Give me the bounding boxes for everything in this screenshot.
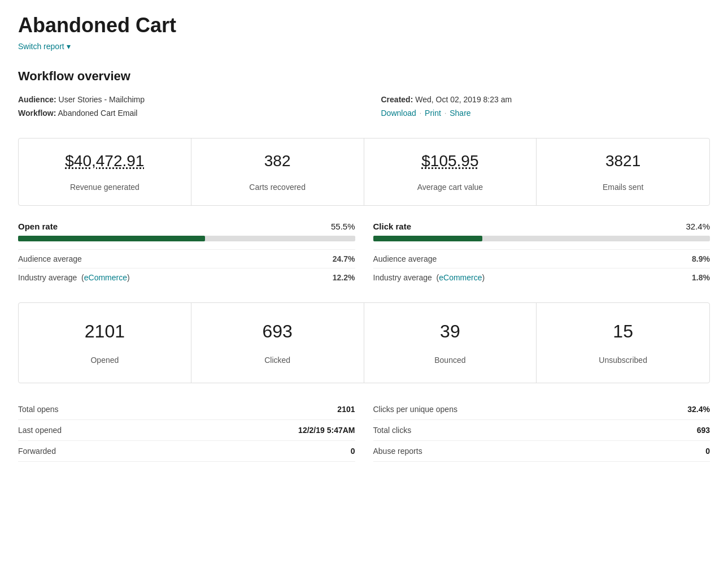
top-stat-cell-3: 3821Emails sent — [537, 138, 709, 205]
click-audience-avg-row: Audience average 8.9% — [373, 249, 710, 268]
detail-left-value-2: 0 — [351, 447, 355, 456]
top-stat-label-3: Emails sent — [603, 183, 643, 192]
open-audience-avg-row: Audience average 24.7% — [18, 249, 355, 268]
audience-meta: Audience: User Stories - Mailchimp — [18, 95, 347, 104]
top-stat-label-0: Revenue generated — [70, 183, 140, 192]
switch-report-button[interactable]: Switch report ▾ — [18, 42, 71, 51]
top-stat-label-1: Carts recovered — [249, 183, 306, 192]
detail-section: Total opens2101Last opened12/2/19 5:47AM… — [18, 399, 710, 462]
switch-report-label: Switch report — [18, 42, 64, 51]
open-rate-bar-bg — [18, 236, 355, 241]
bottom-stat-cell-2: 39Bounced — [364, 303, 537, 383]
click-rate-value: 32.4% — [686, 222, 710, 231]
open-industry-avg-row: Industry average (eCommerce) 12.2% — [18, 268, 355, 287]
created-meta: Created: Wed, Oct 02, 2019 8:23 am — [381, 95, 710, 104]
bottom-stat-label-0: Opened — [90, 356, 119, 365]
open-rate-title: Open rate — [18, 222, 58, 231]
bottom-stat-value-0: 2101 — [28, 321, 182, 342]
audience-value: User Stories - Mailchimp — [59, 95, 145, 104]
top-stats-grid: $40,472.91Revenue generated382Carts reco… — [18, 138, 710, 206]
open-rate-value: 55.5% — [331, 222, 355, 231]
section-title-overview: Workflow overview — [18, 69, 710, 84]
top-stat-label-2: Average cart value — [417, 183, 483, 192]
top-stat-value-0: $40,472.91 — [28, 152, 182, 170]
detail-left-value-0: 2101 — [337, 405, 355, 414]
top-stat-value-2: $105.95 — [373, 152, 528, 170]
created-value: Wed, Oct 02, 2019 8:23 am — [415, 95, 512, 104]
click-rate-title: Click rate — [373, 222, 412, 231]
detail-right-value-2: 0 — [705, 447, 710, 456]
detail-right-value-1: 693 — [697, 426, 710, 435]
bottom-stat-cell-1: 693Clicked — [191, 303, 364, 383]
bottom-stat-value-2: 39 — [373, 321, 528, 342]
bottom-stat-cell-3: 15Unsubscribed — [537, 303, 709, 383]
open-industry-avg-value: 12.2% — [333, 273, 355, 282]
top-stat-cell-1: 382Carts recovered — [191, 138, 364, 205]
click-rate-header: Click rate 32.4% — [373, 222, 710, 231]
meta-right: Created: Wed, Oct 02, 2019 8:23 am Downl… — [381, 95, 710, 122]
top-stat-value-1: 382 — [200, 152, 355, 170]
open-rate-block: Open rate 55.5% Audience average 24.7% I… — [18, 222, 355, 287]
share-link[interactable]: Share — [450, 109, 470, 118]
detail-left-label-1: Last opened — [18, 426, 62, 435]
detail-right-label-0: Clicks per unique opens — [373, 405, 457, 414]
meta-section: Audience: User Stories - Mailchimp Workf… — [18, 95, 710, 122]
detail-left-row-1: Last opened12/2/19 5:47AM — [18, 420, 355, 441]
detail-left-row-0: Total opens2101 — [18, 399, 355, 420]
meta-left: Audience: User Stories - Mailchimp Workf… — [18, 95, 347, 122]
open-rate-bar-fill — [18, 236, 205, 241]
bottom-stat-value-3: 15 — [546, 321, 700, 342]
bottom-stat-label-3: Unsubscribed — [599, 356, 647, 365]
click-audience-avg-value: 8.9% — [692, 254, 710, 263]
click-rate-block: Click rate 32.4% Audience average 8.9% I… — [373, 222, 710, 287]
created-label: Created: — [381, 95, 413, 104]
top-stat-cell-2: $105.95Average cart value — [364, 138, 537, 205]
separator-2: · — [444, 109, 446, 117]
detail-col-right: Clicks per unique opens32.4%Total clicks… — [373, 399, 710, 462]
detail-left-row-2: Forwarded0 — [18, 441, 355, 462]
separator-1: · — [420, 109, 421, 117]
open-industry-avg-label: Industry average (eCommerce) — [18, 273, 130, 282]
print-link[interactable]: Print — [425, 109, 441, 118]
click-industry-avg-value: 1.8% — [692, 273, 710, 282]
detail-right-row-2: Abuse reports0 — [373, 441, 710, 462]
detail-right-value-0: 32.4% — [687, 405, 710, 414]
open-rate-header: Open rate 55.5% — [18, 222, 355, 231]
click-rate-bar-bg — [373, 236, 710, 241]
top-stat-cell-0: $40,472.91Revenue generated — [19, 138, 191, 205]
open-audience-avg-value: 24.7% — [333, 254, 355, 263]
bottom-stat-label-1: Clicked — [264, 356, 290, 365]
workflow-value: Abandoned Cart Email — [58, 109, 138, 118]
workflow-label: Workflow: — [18, 109, 56, 118]
detail-col-left: Total opens2101Last opened12/2/19 5:47AM… — [18, 399, 355, 462]
top-stat-value-3: 3821 — [546, 152, 700, 170]
rates-section: Open rate 55.5% Audience average 24.7% I… — [18, 222, 710, 287]
chevron-down-icon: ▾ — [67, 42, 71, 51]
click-industry-link[interactable]: eCommerce — [439, 273, 482, 282]
bottom-stat-cell-0: 2101Opened — [19, 303, 191, 383]
bottom-stat-value-1: 693 — [200, 321, 355, 342]
detail-right-row-1: Total clicks693 — [373, 420, 710, 441]
action-links: Download · Print · Share — [381, 109, 710, 118]
bottom-stats-grid: 2101Opened693Clicked39Bounced15Unsubscri… — [18, 302, 710, 383]
detail-right-row-0: Clicks per unique opens32.4% — [373, 399, 710, 420]
click-rate-bar-fill — [373, 236, 482, 241]
open-audience-avg-label: Audience average — [18, 254, 82, 263]
click-industry-avg-label: Industry average (eCommerce) — [373, 273, 485, 282]
detail-left-value-1: 12/2/19 5:47AM — [298, 426, 355, 435]
bottom-stat-label-2: Bounced — [434, 356, 465, 365]
detail-right-label-2: Abuse reports — [373, 447, 422, 456]
audience-label: Audience: — [18, 95, 56, 104]
detail-left-label-2: Forwarded — [18, 447, 56, 456]
click-industry-avg-row: Industry average (eCommerce) 1.8% — [373, 268, 710, 287]
detail-right-label-1: Total clicks — [373, 426, 412, 435]
detail-left-label-0: Total opens — [18, 405, 59, 414]
download-link[interactable]: Download — [381, 109, 416, 118]
page-title: Abandoned Cart — [18, 14, 710, 37]
open-industry-link[interactable]: eCommerce — [84, 273, 127, 282]
click-audience-avg-label: Audience average — [373, 254, 437, 263]
workflow-meta: Workflow: Abandoned Cart Email — [18, 109, 347, 118]
